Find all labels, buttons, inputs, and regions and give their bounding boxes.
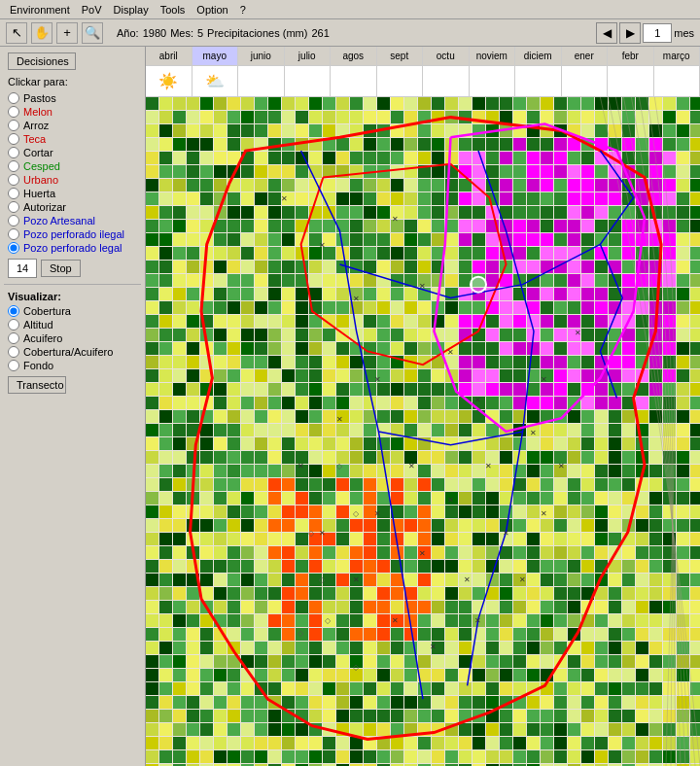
radio-cobertura-acuifero-input[interactable] — [8, 346, 19, 358]
hand-tool[interactable]: ✋ — [31, 22, 52, 44]
nav-forward-button[interactable]: ▶ — [619, 22, 641, 44]
click-label: Clickar para: — [0, 74, 145, 91]
radio-cobertura-acuifero[interactable]: Cobertura/Acuifero — [0, 345, 145, 359]
visualizar-list: Cobertura Altitud Acuifero Cobertura/Acu… — [0, 304, 145, 372]
radio-pastos-label: Pastos — [23, 92, 56, 104]
radio-fondo-label: Fondo — [23, 360, 53, 371]
weather-agos — [331, 66, 377, 96]
radio-cobertura-input[interactable] — [8, 305, 19, 317]
radio-teca[interactable]: Teca — [0, 132, 145, 146]
radio-pozo-ilegal-label: Pozo perforado ilegal — [23, 228, 124, 240]
toolbar: ↖ ✋ + 🔍 Año: 1980 Mes: 5 Precipitaciones… — [0, 19, 700, 47]
month-agos[interactable]: agos — [331, 47, 377, 65]
nav-back-button[interactable]: ◀ — [596, 22, 617, 44]
radio-acuifero-input[interactable] — [8, 332, 19, 344]
month-febr[interactable]: febr — [608, 47, 654, 65]
radio-pozo-artesanal-label: Pozo Artesanal — [23, 215, 95, 226]
radio-cesped[interactable]: Cesped — [0, 159, 145, 173]
radio-cobertura-label: Cobertura — [23, 305, 71, 317]
mes-value: 5 — [197, 27, 203, 39]
menu-environment[interactable]: Environment — [4, 2, 76, 17]
radio-pozo-legal-input[interactable] — [8, 242, 19, 254]
menu-option[interactable]: Option — [191, 2, 233, 17]
radio-fondo[interactable]: Fondo — [0, 359, 145, 372]
radio-pastos[interactable]: Pastos — [0, 91, 145, 105]
radio-autorizar-input[interactable] — [8, 201, 19, 213]
weather-sept — [377, 66, 424, 96]
radio-huerta[interactable]: Huerta — [0, 187, 145, 200]
month-julio[interactable]: julio — [285, 47, 332, 65]
weather-ener — [562, 66, 609, 96]
radio-urbano-input[interactable] — [8, 174, 19, 186]
nav-step-input[interactable] — [643, 23, 672, 43]
menu-pov[interactable]: PoV — [76, 2, 108, 17]
radio-huerta-input[interactable] — [8, 188, 19, 199]
menu-display[interactable]: Display — [108, 2, 155, 17]
year-info: Año: 1980 Mes: 5 Precipitaciones (mm) 26… — [117, 27, 330, 39]
radio-arroz[interactable]: Arroz — [0, 119, 145, 132]
radio-cortar[interactable]: Cortar — [0, 146, 145, 159]
month-octu[interactable]: octu — [423, 47, 470, 65]
radio-teca-label: Teca — [23, 133, 46, 145]
add-tool[interactable]: + — [56, 22, 78, 44]
radio-cobertura-acuifero-label: Cobertura/Acuifero — [23, 346, 113, 358]
main-area: Decisiones Clickar para: Pastos Melon Ar… — [0, 47, 700, 766]
weather-abril: ☀️ — [146, 66, 192, 96]
radio-autorizar[interactable]: Autorizar — [0, 200, 145, 214]
radio-pozo-ilegal[interactable]: Pozo perforado ilegal — [0, 227, 145, 241]
radio-list: Pastos Melon Arroz Teca Cortar Cesped — [0, 91, 145, 255]
month-diciem[interactable]: diciem — [515, 47, 562, 65]
map-canvas-element[interactable] — [146, 97, 700, 766]
month-junio[interactable]: junio — [238, 47, 285, 65]
radio-pozo-ilegal-input[interactable] — [8, 228, 19, 240]
month-abril[interactable]: abril — [146, 47, 192, 65]
month-noviem[interactable]: noviem — [470, 47, 516, 65]
weather-diciem — [515, 66, 562, 96]
radio-acuifero[interactable]: Acuifero — [0, 331, 145, 345]
precip-value: 261 — [311, 27, 329, 39]
year-label: Año: — [117, 27, 139, 39]
radio-urbano-label: Urbano — [23, 174, 58, 186]
radio-cortar-label: Cortar — [23, 147, 53, 158]
radio-cortar-input[interactable] — [8, 147, 19, 158]
weather-febr — [608, 66, 654, 96]
radio-pastos-input[interactable] — [8, 92, 19, 104]
zoom-tool[interactable]: 🔍 — [82, 22, 103, 44]
radio-melon-input[interactable] — [8, 106, 19, 118]
radio-melon[interactable]: Melon — [0, 105, 145, 119]
bottom-controls: Stop — [0, 255, 145, 282]
menubar: Environment PoV Display Tools Option ? — [0, 0, 700, 19]
radio-teca-input[interactable] — [8, 133, 19, 145]
radio-cesped-label: Cesped — [23, 160, 60, 172]
precip-label: Precipitaciones (mm) — [207, 27, 307, 39]
month-marco[interactable]: março — [654, 47, 701, 65]
radio-altitud[interactable]: Altitud — [0, 318, 145, 331]
nav-controls: ◀ ▶ mes — [596, 22, 694, 44]
decisions-button[interactable]: Decisiones — [8, 52, 76, 70]
radio-arroz-input[interactable] — [8, 120, 19, 131]
radio-pozo-legal[interactable]: Pozo perforado legal — [0, 241, 145, 255]
menu-help[interactable]: ? — [234, 2, 252, 17]
map-canvas[interactable] — [146, 97, 700, 766]
radio-altitud-input[interactable] — [8, 319, 19, 331]
radio-huerta-label: Huerta — [23, 188, 55, 199]
left-panel: Decisiones Clickar para: Pastos Melon Ar… — [0, 47, 146, 766]
radio-cesped-input[interactable] — [8, 160, 19, 172]
radio-fondo-input[interactable] — [8, 360, 19, 371]
weather-julio — [285, 66, 332, 96]
radio-pozo-legal-label: Pozo perforado legal — [23, 242, 122, 254]
radio-urbano[interactable]: Urbano — [0, 173, 145, 187]
radio-pozo-artesanal-input[interactable] — [8, 215, 19, 226]
menu-tools[interactable]: Tools — [155, 2, 192, 17]
stop-button[interactable]: Stop — [41, 260, 81, 277]
step-input[interactable] — [8, 259, 37, 278]
month-sept[interactable]: sept — [377, 47, 424, 65]
month-ener[interactable]: ener — [562, 47, 609, 65]
radio-cobertura[interactable]: Cobertura — [0, 304, 145, 318]
weather-junio — [238, 66, 285, 96]
cursor-tool[interactable]: ↖ — [6, 22, 27, 44]
transecto-button[interactable]: Transecto — [8, 376, 66, 394]
month-mayo[interactable]: mayo — [192, 47, 239, 65]
radio-pozo-artesanal[interactable]: Pozo Artesanal — [0, 214, 145, 227]
month-strip: abril mayo junio julio agos sept octu no… — [146, 47, 700, 66]
